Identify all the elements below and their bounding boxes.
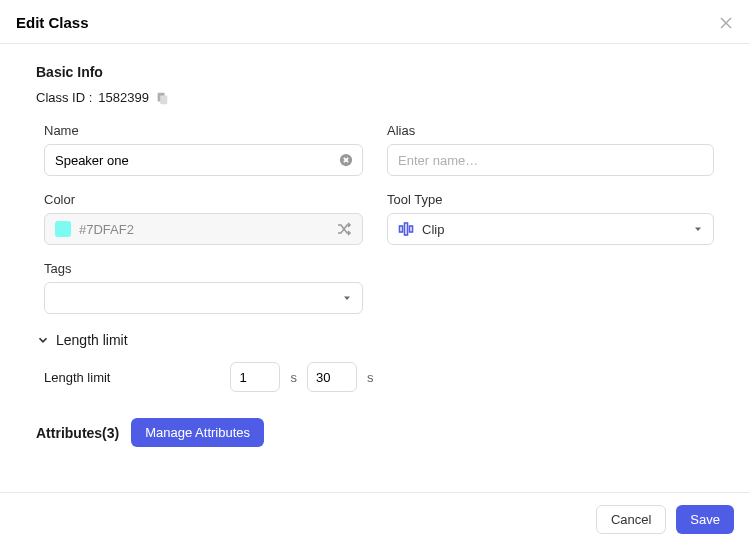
modal-title: Edit Class (16, 14, 89, 31)
svg-rect-5 (400, 226, 403, 232)
manage-attributes-button[interactable]: Manage Attributes (131, 418, 264, 447)
tool-type-field: Tool Type Clip (387, 192, 714, 245)
alias-field: Alias (387, 123, 714, 176)
tool-type-value: Clip (422, 222, 685, 237)
modal-footer: Cancel Save (0, 492, 750, 546)
svg-rect-7 (410, 226, 413, 232)
tags-field: Tags (36, 261, 363, 314)
svg-rect-6 (405, 223, 408, 235)
edit-class-modal: Edit Class Basic Info Class ID : 1582399… (0, 0, 750, 546)
class-id-value: 1582399 (98, 90, 149, 105)
length-limit-row: Length limit s s (36, 362, 714, 392)
shuffle-icon[interactable] (336, 221, 352, 237)
tags-select[interactable] (44, 282, 363, 314)
chevron-down-icon (36, 333, 50, 347)
name-label: Name (44, 123, 363, 138)
color-hex: #7DFAF2 (79, 222, 328, 237)
dropdown-icon (693, 224, 703, 234)
form-grid: Name Alias Color #7DFAF2 (36, 123, 714, 314)
save-button[interactable]: Save (676, 505, 734, 534)
color-field: Color #7DFAF2 (36, 192, 363, 245)
tool-type-select[interactable]: Clip (387, 213, 714, 245)
length-unit-1: s (290, 370, 297, 385)
length-min-input[interactable] (230, 362, 280, 392)
close-icon[interactable] (718, 15, 734, 31)
modal-body: Basic Info Class ID : 1582399 Name (0, 44, 750, 492)
class-id-label: Class ID : (36, 90, 92, 105)
color-input[interactable]: #7DFAF2 (44, 213, 363, 245)
copy-icon[interactable] (155, 91, 169, 105)
length-unit-2: s (367, 370, 374, 385)
modal-header: Edit Class (0, 0, 750, 44)
svg-marker-9 (344, 297, 350, 301)
cancel-button[interactable]: Cancel (596, 505, 666, 534)
attributes-row: Attributes(3) Manage Attributes (36, 418, 714, 447)
color-swatch (55, 221, 71, 237)
tags-label: Tags (44, 261, 363, 276)
dropdown-icon (342, 293, 352, 303)
attributes-title: Attributes(3) (36, 425, 119, 441)
length-limit-label: Length limit (44, 370, 110, 385)
color-label: Color (44, 192, 363, 207)
length-max-input[interactable] (307, 362, 357, 392)
length-limit-header: Length limit (56, 332, 128, 348)
length-limit-section: Length limit Length limit s s (36, 332, 714, 392)
clear-input-icon[interactable] (339, 153, 353, 167)
basic-info-title: Basic Info (36, 64, 714, 80)
svg-marker-8 (695, 228, 701, 232)
svg-rect-3 (160, 95, 167, 104)
name-input[interactable] (44, 144, 363, 176)
tool-type-label: Tool Type (387, 192, 714, 207)
alias-label: Alias (387, 123, 714, 138)
class-id-row: Class ID : 1582399 (36, 90, 714, 105)
clip-tool-icon (398, 221, 414, 237)
length-limit-toggle[interactable]: Length limit (36, 332, 714, 348)
name-field: Name (36, 123, 363, 176)
alias-input[interactable] (387, 144, 714, 176)
